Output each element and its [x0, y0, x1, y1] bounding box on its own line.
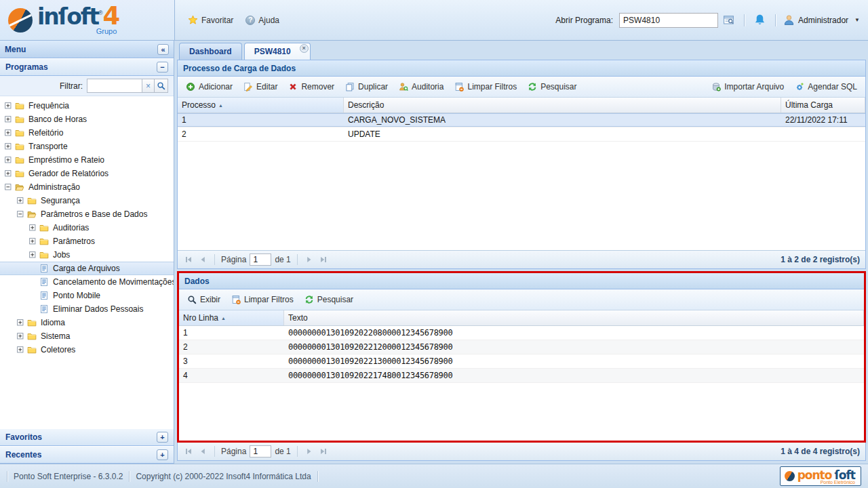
duplicar-button[interactable]: Duplicar [340, 79, 393, 94]
tree-item-parametros[interactable]: Parâmetros [0, 235, 174, 248]
next-page-button[interactable] [304, 446, 315, 457]
tree-item-jobs[interactable]: Jobs [0, 248, 174, 262]
expand-plus-icon[interactable] [3, 155, 13, 165]
expand-plus-icon[interactable] [16, 196, 25, 205]
open-program-search-button[interactable] [721, 13, 736, 27]
expand-plus-icon[interactable] [28, 237, 37, 246]
last-page-button[interactable] [318, 446, 329, 457]
collapse-sidebar-button[interactable]: « [157, 44, 169, 55]
table-row[interactable]: 4 00000000130109202217480012345678900 [179, 369, 864, 383]
column-header-descricao[interactable]: Descrição [344, 98, 781, 113]
filter-label: Filtrar: [60, 81, 83, 91]
column-header-nro-linha[interactable]: Nro Linha▲ [179, 310, 284, 325]
expand-plus-icon[interactable] [28, 223, 37, 232]
expand-plus-icon[interactable] [28, 250, 37, 260]
processo-paging-toolbar: Página de 1 1 à 2 de 2 registro(s) [178, 250, 865, 268]
cell-texto: 00000000130109202213000012345678900 [284, 354, 864, 368]
page-number-input[interactable] [250, 253, 271, 266]
tree-item-frequencia[interactable]: Frequência [0, 99, 174, 113]
next-page-button[interactable] [304, 254, 315, 265]
expand-recentes-button[interactable]: + [157, 449, 168, 460]
tree-item-sistema[interactable]: Sistema [0, 329, 174, 343]
remover-button[interactable]: Remover [283, 79, 339, 94]
filter-clear-button[interactable]: × [142, 79, 154, 93]
tab-dashboard[interactable]: Dashboard [179, 43, 242, 60]
ajuda-button[interactable]: ? Ajuda [241, 14, 284, 27]
previous-page-button[interactable] [197, 254, 208, 265]
app-window: inſoft®4 Grupo Favoritar ? Ajuda Abrir P… [0, 0, 868, 488]
tree-item-gerador-de-relatorios[interactable]: Gerador de Relatórios [0, 167, 174, 180]
tree-item-coletores[interactable]: Coletores [0, 343, 174, 357]
tree-item-ponto-mobile[interactable]: Ponto Mobile [0, 289, 174, 302]
processo-grid-header: Processo▲ Descrição Última Carga [178, 98, 865, 113]
tree-item-parametros-e-base-de-dados[interactable]: Parâmetros e Base de Dados [0, 207, 174, 221]
pesquisar-button[interactable]: Pesquisar [300, 292, 358, 307]
close-tab-icon[interactable]: × [300, 44, 309, 53]
editar-label: Editar [256, 82, 277, 92]
tree-item-eliminar-dados-pessoais[interactable]: Eliminar Dados Pessoais [0, 302, 174, 316]
tree-item-cancelamento-de-movimentacoes[interactable]: Cancelamento de Movimentações [0, 275, 174, 289]
tree-item-emprestimo-e-rateio[interactable]: Empréstimo e Rateio [0, 153, 174, 167]
grid-empty-area [178, 142, 865, 250]
recentes-header[interactable]: Recentes + [0, 446, 174, 464]
limpar-filtros-label: Limpar Filtros [467, 82, 517, 92]
tree-item-administracao[interactable]: Administração [0, 180, 174, 194]
expand-plus-icon[interactable] [3, 128, 13, 138]
first-page-button[interactable] [183, 254, 194, 265]
collapse-minus-icon[interactable] [3, 182, 13, 192]
first-page-button[interactable] [183, 446, 194, 457]
table-row[interactable]: 3 00000000130109202213000012345678900 [179, 354, 864, 369]
cell-nro-linha: 2 [179, 340, 284, 354]
expand-plus-icon[interactable] [16, 345, 25, 354]
limpar-filtros-button[interactable]: Limpar Filtros [226, 292, 298, 307]
expand-plus-icon[interactable] [3, 169, 13, 178]
collapse-programas-button[interactable]: − [157, 62, 168, 73]
importar-arquivo-button[interactable]: Importar Arquivo [707, 79, 789, 94]
auditoria-button[interactable]: Auditoria [394, 79, 448, 94]
notifications-button[interactable] [752, 12, 768, 28]
favoritos-header[interactable]: Favoritos + [0, 428, 174, 446]
column-header-texto[interactable]: Texto [284, 310, 864, 325]
filter-input[interactable] [87, 79, 142, 93]
expand-plus-icon[interactable] [3, 115, 13, 124]
previous-page-button[interactable] [197, 446, 208, 457]
program-leaf-icon [39, 291, 49, 300]
tree-item-label: Coletores [39, 345, 77, 354]
favoritar-button[interactable]: Favoritar [183, 13, 238, 27]
tree-item-refeitorio[interactable]: Refeitório [0, 126, 174, 140]
open-program-input[interactable] [619, 13, 718, 28]
page-number-input[interactable] [250, 445, 271, 458]
programas-header[interactable]: Programas − [0, 58, 174, 76]
limpar-filtros-button[interactable]: Limpar Filtros [450, 79, 521, 94]
pesquisar-label: Pesquisar [540, 82, 576, 92]
expand-plus-icon[interactable] [16, 318, 25, 327]
collapse-minus-icon[interactable] [16, 209, 25, 219]
editar-button[interactable]: Editar [239, 79, 282, 94]
column-header-ultima-carga[interactable]: Última Carga [781, 98, 865, 113]
tree-item-seguranca[interactable]: Segurança [0, 194, 174, 207]
insoft4-logo-icon [8, 8, 33, 33]
user-menu-button[interactable]: Administrador ▼ [783, 14, 860, 26]
tree-item-carga-de-arquivos[interactable]: Carga de Arquivos [0, 262, 174, 275]
filter-search-button[interactable] [154, 79, 168, 93]
agendar-sql-button[interactable]: Agendar SQL [790, 79, 862, 94]
table-row[interactable]: 2 UPDATE [178, 127, 865, 142]
table-row[interactable]: 1 00000000130109202208000012345678900 [179, 326, 864, 340]
tab-psw4810[interactable]: PSW4810 × [244, 43, 311, 60]
expand-favoritos-button[interactable]: + [157, 432, 168, 443]
expand-plus-icon[interactable] [16, 331, 25, 341]
tab-bar: Dashboard PSW4810 × [177, 41, 866, 60]
expand-plus-icon[interactable] [3, 101, 13, 110]
tree-item-banco-de-horas[interactable]: Banco de Horas [0, 113, 174, 126]
tree-item-transporte[interactable]: Transporte [0, 140, 174, 153]
last-page-button[interactable] [318, 254, 329, 265]
expand-plus-icon[interactable] [3, 142, 13, 151]
table-row[interactable]: 2 00000000130109202212000012345678900 [179, 340, 864, 354]
adicionar-button[interactable]: Adicionar [181, 79, 237, 94]
tree-item-idioma[interactable]: Idioma [0, 316, 174, 329]
exibir-button[interactable]: Exibir [182, 292, 225, 307]
tree-item-auditorias[interactable]: Auditorias [0, 221, 174, 235]
column-header-processo[interactable]: Processo▲ [178, 98, 344, 113]
pesquisar-button[interactable]: Pesquisar [523, 79, 581, 94]
table-row[interactable]: 1 CARGA_NOVO_SISTEMA 22/11/2022 17:11 [178, 113, 865, 127]
